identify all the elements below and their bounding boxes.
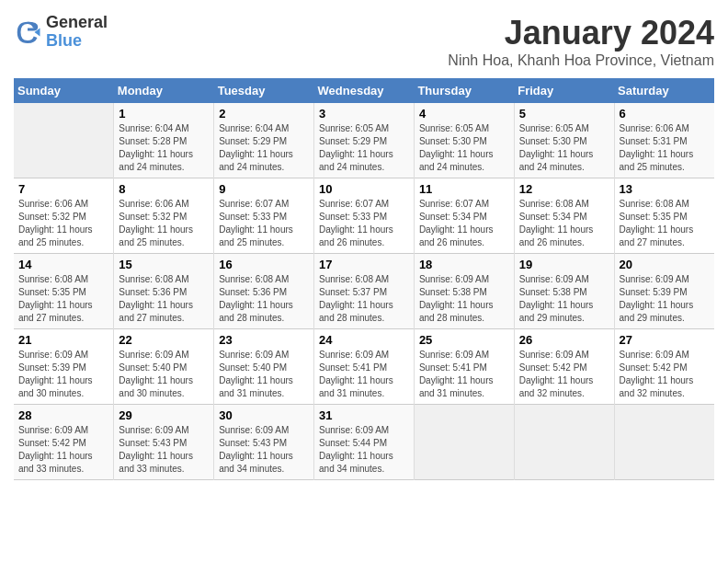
day-number: 6 xyxy=(620,107,710,121)
day-number: 8 xyxy=(119,182,209,196)
header-saturday: Saturday xyxy=(614,78,714,103)
calendar-cell: 24Sunrise: 6:09 AM Sunset: 5:41 PM Dayli… xyxy=(314,329,415,405)
day-info: Sunrise: 6:09 AM Sunset: 5:43 PM Dayligh… xyxy=(219,424,309,476)
day-info: Sunrise: 6:08 AM Sunset: 5:37 PM Dayligh… xyxy=(319,273,409,325)
day-info: Sunrise: 6:06 AM Sunset: 5:31 PM Dayligh… xyxy=(620,122,710,174)
calendar-cell: 7Sunrise: 6:06 AM Sunset: 5:32 PM Daylig… xyxy=(14,178,114,254)
day-info: Sunrise: 6:08 AM Sunset: 5:34 PM Dayligh… xyxy=(519,198,609,249)
header-friday: Friday xyxy=(514,78,614,103)
calendar-cell: 4Sunrise: 6:05 AM Sunset: 5:30 PM Daylig… xyxy=(414,103,514,178)
calendar-cell xyxy=(514,405,614,480)
calendar-cell: 29Sunrise: 6:09 AM Sunset: 5:43 PM Dayli… xyxy=(114,405,214,480)
day-info: Sunrise: 6:05 AM Sunset: 5:29 PM Dayligh… xyxy=(319,122,409,174)
day-info: Sunrise: 6:09 AM Sunset: 5:40 PM Dayligh… xyxy=(219,349,309,400)
day-info: Sunrise: 6:04 AM Sunset: 5:28 PM Dayligh… xyxy=(119,122,209,174)
day-number: 15 xyxy=(119,258,209,271)
day-number: 2 xyxy=(219,107,309,121)
calendar-cell: 9Sunrise: 6:07 AM Sunset: 5:33 PM Daylig… xyxy=(214,178,314,254)
calendar-week-row: 1Sunrise: 6:04 AM Sunset: 5:28 PM Daylig… xyxy=(14,103,714,178)
day-info: Sunrise: 6:08 AM Sunset: 5:35 PM Dayligh… xyxy=(620,198,710,249)
day-info: Sunrise: 6:07 AM Sunset: 5:34 PM Dayligh… xyxy=(419,198,509,249)
logo: General Blue xyxy=(14,14,108,51)
day-number: 29 xyxy=(119,408,209,422)
day-number: 11 xyxy=(419,182,509,196)
calendar-cell: 16Sunrise: 6:08 AM Sunset: 5:36 PM Dayli… xyxy=(214,254,314,329)
calendar-week-row: 7Sunrise: 6:06 AM Sunset: 5:32 PM Daylig… xyxy=(14,178,714,254)
page-header: General Blue January 2024 Ninh Hoa, Khan… xyxy=(14,14,714,69)
day-info: Sunrise: 6:09 AM Sunset: 5:41 PM Dayligh… xyxy=(419,349,509,400)
calendar-cell: 23Sunrise: 6:09 AM Sunset: 5:40 PM Dayli… xyxy=(214,329,314,405)
calendar-cell: 19Sunrise: 6:09 AM Sunset: 5:38 PM Dayli… xyxy=(514,254,614,329)
day-info: Sunrise: 6:05 AM Sunset: 5:30 PM Dayligh… xyxy=(519,122,609,174)
calendar-cell: 2Sunrise: 6:04 AM Sunset: 5:29 PM Daylig… xyxy=(214,103,314,178)
day-number: 3 xyxy=(319,107,409,121)
day-number: 9 xyxy=(219,182,309,196)
calendar-cell: 6Sunrise: 6:06 AM Sunset: 5:31 PM Daylig… xyxy=(614,103,714,178)
calendar-cell: 11Sunrise: 6:07 AM Sunset: 5:34 PM Dayli… xyxy=(414,178,514,254)
day-number: 31 xyxy=(319,408,409,422)
day-number: 23 xyxy=(219,333,309,347)
header-sunday: Sunday xyxy=(14,78,114,103)
calendar-cell xyxy=(14,103,114,178)
calendar-cell: 17Sunrise: 6:08 AM Sunset: 5:37 PM Dayli… xyxy=(314,254,415,329)
calendar-cell: 21Sunrise: 6:09 AM Sunset: 5:39 PM Dayli… xyxy=(14,329,114,405)
calendar-cell: 26Sunrise: 6:09 AM Sunset: 5:42 PM Dayli… xyxy=(514,329,614,405)
calendar-cell: 31Sunrise: 6:09 AM Sunset: 5:44 PM Dayli… xyxy=(314,405,415,480)
header-wednesday: Wednesday xyxy=(314,78,415,103)
calendar-week-row: 21Sunrise: 6:09 AM Sunset: 5:39 PM Dayli… xyxy=(14,329,714,405)
day-info: Sunrise: 6:09 AM Sunset: 5:42 PM Dayligh… xyxy=(18,424,108,476)
header-tuesday: Tuesday xyxy=(214,78,314,103)
day-info: Sunrise: 6:07 AM Sunset: 5:33 PM Dayligh… xyxy=(319,198,409,249)
day-number: 1 xyxy=(119,107,209,121)
calendar-cell: 27Sunrise: 6:09 AM Sunset: 5:42 PM Dayli… xyxy=(614,329,714,405)
day-info: Sunrise: 6:09 AM Sunset: 5:38 PM Dayligh… xyxy=(419,273,509,325)
day-number: 7 xyxy=(18,182,108,196)
day-info: Sunrise: 6:08 AM Sunset: 5:36 PM Dayligh… xyxy=(219,273,309,325)
day-number: 14 xyxy=(18,258,108,271)
day-number: 26 xyxy=(519,333,609,347)
day-info: Sunrise: 6:07 AM Sunset: 5:33 PM Dayligh… xyxy=(219,198,309,249)
title-area: January 2024 Ninh Hoa, Khanh Hoa Provinc… xyxy=(448,14,714,69)
day-number: 18 xyxy=(419,258,509,271)
day-info: Sunrise: 6:04 AM Sunset: 5:29 PM Dayligh… xyxy=(219,122,309,174)
day-number: 22 xyxy=(119,333,209,347)
day-number: 30 xyxy=(219,408,309,422)
day-number: 27 xyxy=(620,333,710,347)
day-number: 20 xyxy=(620,258,710,271)
day-number: 13 xyxy=(620,182,710,196)
logo-icon xyxy=(14,18,41,46)
header-thursday: Thursday xyxy=(414,78,514,103)
logo-line1: General xyxy=(46,14,108,32)
day-number: 17 xyxy=(319,258,409,271)
calendar-cell: 3Sunrise: 6:05 AM Sunset: 5:29 PM Daylig… xyxy=(314,103,415,178)
header-monday: Monday xyxy=(114,78,214,103)
calendar-cell: 15Sunrise: 6:08 AM Sunset: 5:36 PM Dayli… xyxy=(114,254,214,329)
calendar-cell: 25Sunrise: 6:09 AM Sunset: 5:41 PM Dayli… xyxy=(414,329,514,405)
day-number: 24 xyxy=(319,333,409,347)
day-info: Sunrise: 6:08 AM Sunset: 5:35 PM Dayligh… xyxy=(18,273,108,325)
logo-line2: Blue xyxy=(46,32,108,51)
location-subtitle: Ninh Hoa, Khanh Hoa Province, Vietnam xyxy=(448,52,714,69)
day-info: Sunrise: 6:05 AM Sunset: 5:30 PM Dayligh… xyxy=(419,122,509,174)
day-number: 19 xyxy=(519,258,609,271)
day-number: 10 xyxy=(319,182,409,196)
day-info: Sunrise: 6:09 AM Sunset: 5:38 PM Dayligh… xyxy=(519,273,609,325)
day-number: 4 xyxy=(419,107,509,121)
day-info: Sunrise: 6:09 AM Sunset: 5:39 PM Dayligh… xyxy=(18,349,108,400)
day-info: Sunrise: 6:09 AM Sunset: 5:39 PM Dayligh… xyxy=(620,273,710,325)
logo-text: General Blue xyxy=(46,14,108,51)
day-number: 25 xyxy=(419,333,509,347)
calendar-cell xyxy=(614,405,714,480)
calendar-week-row: 14Sunrise: 6:08 AM Sunset: 5:35 PM Dayli… xyxy=(14,254,714,329)
calendar-cell: 8Sunrise: 6:06 AM Sunset: 5:32 PM Daylig… xyxy=(114,178,214,254)
day-info: Sunrise: 6:09 AM Sunset: 5:42 PM Dayligh… xyxy=(620,349,710,400)
calendar-cell: 18Sunrise: 6:09 AM Sunset: 5:38 PM Dayli… xyxy=(414,254,514,329)
day-info: Sunrise: 6:06 AM Sunset: 5:32 PM Dayligh… xyxy=(18,198,108,249)
calendar-cell: 28Sunrise: 6:09 AM Sunset: 5:42 PM Dayli… xyxy=(14,405,114,480)
calendar-header-row: SundayMondayTuesdayWednesdayThursdayFrid… xyxy=(14,78,714,103)
day-info: Sunrise: 6:09 AM Sunset: 5:41 PM Dayligh… xyxy=(319,349,409,400)
calendar-cell: 30Sunrise: 6:09 AM Sunset: 5:43 PM Dayli… xyxy=(214,405,314,480)
calendar-cell: 12Sunrise: 6:08 AM Sunset: 5:34 PM Dayli… xyxy=(514,178,614,254)
day-info: Sunrise: 6:09 AM Sunset: 5:40 PM Dayligh… xyxy=(119,349,209,400)
day-info: Sunrise: 6:08 AM Sunset: 5:36 PM Dayligh… xyxy=(119,273,209,325)
